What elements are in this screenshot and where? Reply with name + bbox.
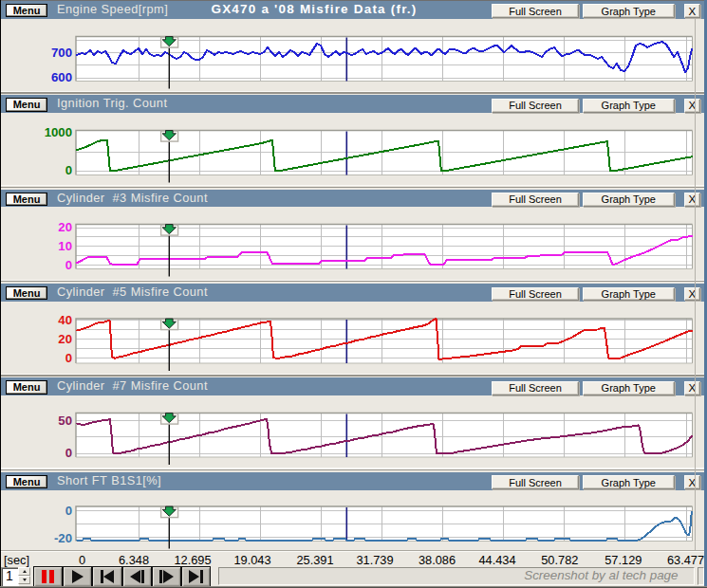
svg-text:700: 700 [51,46,72,60]
svg-text:1000: 1000 [45,125,72,139]
svg-text:0: 0 [65,504,72,518]
svg-text:20: 20 [58,220,72,234]
svg-text:50: 50 [58,413,72,428]
svg-text:0: 0 [65,163,72,177]
svg-text:20: 20 [58,332,72,346]
svg-text:0: 0 [65,258,72,272]
svg-text:600: 600 [51,70,72,84]
svg-text:10: 10 [58,239,72,253]
svg-text:-20: -20 [54,531,72,545]
svg-text:0: 0 [65,351,72,365]
svg-text:40: 40 [58,313,72,327]
svg-text:0: 0 [65,446,72,460]
